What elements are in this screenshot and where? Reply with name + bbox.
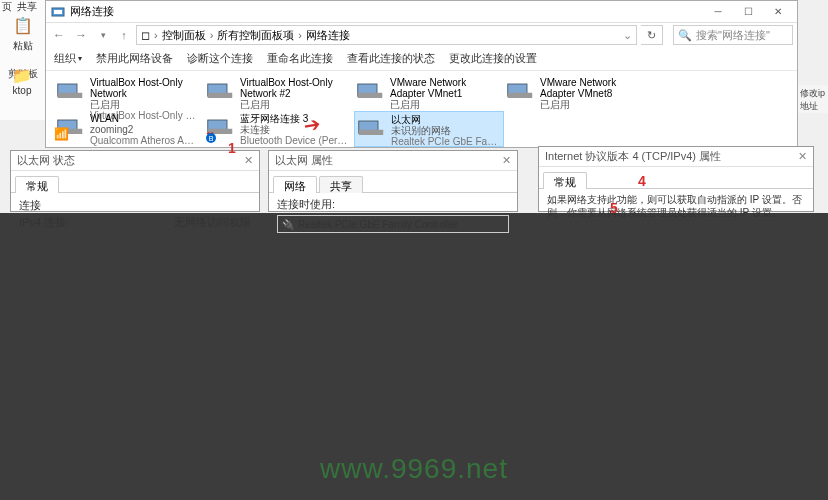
controller-readonly: 🔌 Realtek PCIe GbE Family Controller <box>277 215 509 233</box>
paste-label: 粘贴 <box>13 39 33 53</box>
annotation-5: 5 <box>610 200 618 216</box>
dialog-title: Internet 协议版本 4 (TCP/IPv4) 属性 <box>545 149 721 164</box>
ethernet-properties-dialog: 以太网 属性 ✕ 网络 共享 连接时使用: 🔌 Realtek PCIe GbE… <box>268 150 518 212</box>
ipv4-value: 无网络访问权限 <box>174 215 251 230</box>
watermark: www.9969.net <box>320 453 508 485</box>
adapter-vbox1[interactable]: VirtualBox Host-Only Network 已启用 Virtual… <box>54 75 204 111</box>
adapter-bluetooth[interactable]: ✖B 蓝牙网络连接 3 未连接 Bluetooth Device (Person… <box>204 111 354 147</box>
annotation-4: 4 <box>638 173 646 189</box>
minimize-button[interactable]: ─ <box>703 3 733 21</box>
network-icon <box>50 4 66 20</box>
change-settings-button[interactable]: 更改此连接的设置 <box>449 51 537 66</box>
forward-button[interactable]: → <box>72 26 90 44</box>
maximize-button[interactable]: ☐ <box>733 3 763 21</box>
nic-icon <box>506 77 534 105</box>
tab-sharing[interactable]: 共享 <box>319 176 363 193</box>
adapter-vbox2[interactable]: VirtualBox Host-Only Network #2 已启用 <box>204 75 354 111</box>
dialog-title: 以太网 状态 <box>17 153 75 168</box>
svg-rect-7 <box>358 93 383 98</box>
bc-item[interactable]: 网络连接 <box>306 28 350 43</box>
wifi-icon: 📶 <box>56 113 84 141</box>
close-icon[interactable]: ✕ <box>798 150 807 163</box>
office-ribbon-fragment: 页 共享 📋 粘贴 剪贴板 <box>0 0 45 120</box>
bc-item[interactable]: 所有控制面板项 <box>217 28 294 43</box>
svg-rect-3 <box>58 93 83 98</box>
title-bar[interactable]: 网络连接 ─ ☐ ✕ <box>46 1 797 23</box>
dialog-titlebar[interactable]: 以太网 属性 ✕ <box>269 151 517 171</box>
close-icon[interactable]: ✕ <box>244 154 253 167</box>
nic-icon <box>357 114 385 142</box>
organize-menu[interactable]: 组织▾ <box>54 51 82 66</box>
bc-dropdown-icon[interactable]: ⌄ <box>623 29 632 42</box>
close-button[interactable]: ✕ <box>763 3 793 21</box>
disable-device-button[interactable]: 禁用此网络设备 <box>96 51 173 66</box>
adapter-wlan[interactable]: 📶 WLAN zooming2 Qualcomm Atheros AR9485W… <box>54 111 204 147</box>
window-title: 网络连接 <box>70 4 703 19</box>
nic-icon <box>356 77 384 105</box>
bc-item[interactable]: 控制面板 <box>162 28 206 43</box>
adapter-ethernet[interactable]: 以太网 未识别的网络 Realtek PCIe GbE Family Contr… <box>354 111 504 147</box>
connection-label: 连接 <box>19 198 41 213</box>
refresh-button[interactable]: ↻ <box>641 25 663 45</box>
up-button[interactable]: ↑ <box>116 27 132 43</box>
bluetooth-nic-icon: ✖B <box>206 113 234 141</box>
search-icon: 🔍 <box>678 29 692 42</box>
search-input[interactable]: 🔍 搜索"网络连接" <box>673 25 793 45</box>
connect-using-label: 连接时使用: <box>277 197 509 212</box>
bc-root-icon: ◻ <box>141 29 150 42</box>
network-connections-window: 网络连接 ─ ☐ ✕ ← → ▾ ↑ ◻ › 控制面板 › 所有控制面板项 › … <box>45 0 798 148</box>
ribbon-tab-share[interactable]: 共享 <box>17 0 37 9</box>
dialog-titlebar[interactable]: 以太网 状态 ✕ <box>11 151 259 171</box>
adapter-vmnet1[interactable]: VMware Network Adapter VMnet1 已启用 <box>354 75 504 111</box>
tab-general[interactable]: 常规 <box>543 172 587 189</box>
svg-rect-9 <box>508 93 533 98</box>
close-icon[interactable]: ✕ <box>502 154 511 167</box>
dialog-titlebar[interactable]: Internet 协议版本 4 (TCP/IPv4) 属性 ✕ <box>539 147 813 167</box>
ipv4-label: IPv4 连接: <box>19 215 69 230</box>
tab-network[interactable]: 网络 <box>273 176 317 193</box>
nic-icon <box>206 77 234 105</box>
diagnose-button[interactable]: 诊断这个连接 <box>187 51 253 66</box>
desktop-icon[interactable]: 📁 ktop <box>2 66 42 96</box>
right-side-hint: 修改ip地址 <box>798 85 828 113</box>
view-status-button[interactable]: 查看此连接的状态 <box>347 51 435 66</box>
search-placeholder: 搜索"网络连接" <box>696 28 770 43</box>
svg-rect-15 <box>359 130 384 135</box>
back-button[interactable]: ← <box>50 26 68 44</box>
history-dropdown[interactable]: ▾ <box>94 26 112 44</box>
adapter-vmnet8[interactable]: VMware Network Adapter VMnet8 已启用 <box>504 75 654 111</box>
tcpip-description: 如果网络支持此功能，则可以获取自动指派的 IP 设置。否则，你需要从网络系统管理… <box>547 194 802 218</box>
svg-rect-1 <box>54 10 62 14</box>
svg-rect-5 <box>208 93 233 98</box>
breadcrumb[interactable]: ◻ › 控制面板 › 所有控制面板项 › 网络连接 ⌄ <box>136 25 637 45</box>
toolbar: 组织▾ 禁用此网络设备 诊断这个连接 重命名此连接 查看此连接的状态 更改此连接… <box>46 47 797 71</box>
dialog-title: 以太网 属性 <box>275 153 333 168</box>
tab-general[interactable]: 常规 <box>15 176 59 193</box>
nic-icon: 🔌 <box>282 219 294 230</box>
paste-icon[interactable]: 📋 <box>9 11 37 39</box>
annotation-1: 1 <box>228 140 236 156</box>
nic-icon <box>56 77 84 105</box>
ribbon-tab-page[interactable]: 页 <box>2 0 12 9</box>
tcpip-properties-dialog: Internet 协议版本 4 (TCP/IPv4) 属性 ✕ 常规 如果网络支… <box>538 146 814 212</box>
rename-button[interactable]: 重命名此连接 <box>267 51 333 66</box>
ethernet-status-dialog: 以太网 状态 ✕ 常规 连接 IPv4 连接:无网络访问权限 <box>10 150 260 212</box>
adapters-list: VirtualBox Host-Only Network 已启用 Virtual… <box>46 71 797 151</box>
nav-bar: ← → ▾ ↑ ◻ › 控制面板 › 所有控制面板项 › 网络连接 ⌄ ↻ 🔍 … <box>46 23 797 47</box>
